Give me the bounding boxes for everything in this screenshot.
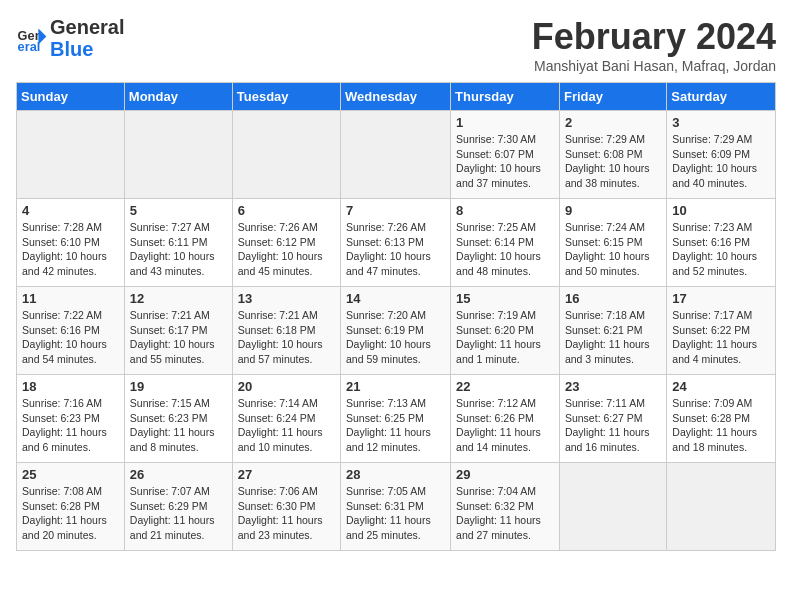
day-number: 12 bbox=[130, 291, 227, 306]
day-number: 19 bbox=[130, 379, 227, 394]
day-content: Sunrise: 7:20 AM Sunset: 6:19 PM Dayligh… bbox=[346, 308, 445, 367]
day-content: Sunrise: 7:15 AM Sunset: 6:23 PM Dayligh… bbox=[130, 396, 227, 455]
calendar-cell: 20Sunrise: 7:14 AM Sunset: 6:24 PM Dayli… bbox=[232, 375, 340, 463]
day-number: 14 bbox=[346, 291, 445, 306]
day-number: 2 bbox=[565, 115, 661, 130]
calendar-cell: 3Sunrise: 7:29 AM Sunset: 6:09 PM Daylig… bbox=[667, 111, 776, 199]
logo-icon: Gen eral bbox=[16, 22, 48, 54]
day-number: 29 bbox=[456, 467, 554, 482]
day-content: Sunrise: 7:22 AM Sunset: 6:16 PM Dayligh… bbox=[22, 308, 119, 367]
day-content: Sunrise: 7:14 AM Sunset: 6:24 PM Dayligh… bbox=[238, 396, 335, 455]
day-number: 25 bbox=[22, 467, 119, 482]
calendar-cell: 17Sunrise: 7:17 AM Sunset: 6:22 PM Dayli… bbox=[667, 287, 776, 375]
day-content: Sunrise: 7:13 AM Sunset: 6:25 PM Dayligh… bbox=[346, 396, 445, 455]
calendar-cell: 7Sunrise: 7:26 AM Sunset: 6:13 PM Daylig… bbox=[341, 199, 451, 287]
calendar-cell: 27Sunrise: 7:06 AM Sunset: 6:30 PM Dayli… bbox=[232, 463, 340, 551]
day-content: Sunrise: 7:09 AM Sunset: 6:28 PM Dayligh… bbox=[672, 396, 770, 455]
day-number: 6 bbox=[238, 203, 335, 218]
calendar-cell: 8Sunrise: 7:25 AM Sunset: 6:14 PM Daylig… bbox=[451, 199, 560, 287]
day-content: Sunrise: 7:29 AM Sunset: 6:08 PM Dayligh… bbox=[565, 132, 661, 191]
calendar-cell: 2Sunrise: 7:29 AM Sunset: 6:08 PM Daylig… bbox=[559, 111, 666, 199]
calendar-week-row: 11Sunrise: 7:22 AM Sunset: 6:16 PM Dayli… bbox=[17, 287, 776, 375]
day-number: 23 bbox=[565, 379, 661, 394]
day-number: 15 bbox=[456, 291, 554, 306]
day-content: Sunrise: 7:23 AM Sunset: 6:16 PM Dayligh… bbox=[672, 220, 770, 279]
calendar-table: SundayMondayTuesdayWednesdayThursdayFrid… bbox=[16, 82, 776, 551]
title-block: February 2024 Manshiyat Bani Hasan, Mafr… bbox=[532, 16, 776, 74]
day-content: Sunrise: 7:08 AM Sunset: 6:28 PM Dayligh… bbox=[22, 484, 119, 543]
day-content: Sunrise: 7:24 AM Sunset: 6:15 PM Dayligh… bbox=[565, 220, 661, 279]
calendar-week-row: 4Sunrise: 7:28 AM Sunset: 6:10 PM Daylig… bbox=[17, 199, 776, 287]
header-day: Thursday bbox=[451, 83, 560, 111]
calendar-week-row: 1Sunrise: 7:30 AM Sunset: 6:07 PM Daylig… bbox=[17, 111, 776, 199]
day-content: Sunrise: 7:25 AM Sunset: 6:14 PM Dayligh… bbox=[456, 220, 554, 279]
calendar-cell: 11Sunrise: 7:22 AM Sunset: 6:16 PM Dayli… bbox=[17, 287, 125, 375]
day-number: 8 bbox=[456, 203, 554, 218]
day-number: 5 bbox=[130, 203, 227, 218]
day-number: 13 bbox=[238, 291, 335, 306]
day-number: 27 bbox=[238, 467, 335, 482]
day-content: Sunrise: 7:05 AM Sunset: 6:31 PM Dayligh… bbox=[346, 484, 445, 543]
calendar-cell: 22Sunrise: 7:12 AM Sunset: 6:26 PM Dayli… bbox=[451, 375, 560, 463]
day-number: 3 bbox=[672, 115, 770, 130]
calendar-cell: 6Sunrise: 7:26 AM Sunset: 6:12 PM Daylig… bbox=[232, 199, 340, 287]
day-content: Sunrise: 7:16 AM Sunset: 6:23 PM Dayligh… bbox=[22, 396, 119, 455]
day-number: 7 bbox=[346, 203, 445, 218]
header-day: Saturday bbox=[667, 83, 776, 111]
month-title: February 2024 bbox=[532, 16, 776, 58]
calendar-cell: 10Sunrise: 7:23 AM Sunset: 6:16 PM Dayli… bbox=[667, 199, 776, 287]
calendar-cell: 13Sunrise: 7:21 AM Sunset: 6:18 PM Dayli… bbox=[232, 287, 340, 375]
day-content: Sunrise: 7:29 AM Sunset: 6:09 PM Dayligh… bbox=[672, 132, 770, 191]
day-content: Sunrise: 7:21 AM Sunset: 6:18 PM Dayligh… bbox=[238, 308, 335, 367]
day-content: Sunrise: 7:06 AM Sunset: 6:30 PM Dayligh… bbox=[238, 484, 335, 543]
calendar-cell: 21Sunrise: 7:13 AM Sunset: 6:25 PM Dayli… bbox=[341, 375, 451, 463]
calendar-cell: 29Sunrise: 7:04 AM Sunset: 6:32 PM Dayli… bbox=[451, 463, 560, 551]
calendar-cell bbox=[667, 463, 776, 551]
header-day: Sunday bbox=[17, 83, 125, 111]
day-number: 16 bbox=[565, 291, 661, 306]
calendar-cell: 4Sunrise: 7:28 AM Sunset: 6:10 PM Daylig… bbox=[17, 199, 125, 287]
logo: Gen eral General Blue bbox=[16, 16, 124, 60]
calendar-cell bbox=[341, 111, 451, 199]
location: Manshiyat Bani Hasan, Mafraq, Jordan bbox=[532, 58, 776, 74]
svg-text:eral: eral bbox=[18, 39, 41, 54]
day-content: Sunrise: 7:26 AM Sunset: 6:12 PM Dayligh… bbox=[238, 220, 335, 279]
day-number: 1 bbox=[456, 115, 554, 130]
day-content: Sunrise: 7:30 AM Sunset: 6:07 PM Dayligh… bbox=[456, 132, 554, 191]
calendar-cell: 28Sunrise: 7:05 AM Sunset: 6:31 PM Dayli… bbox=[341, 463, 451, 551]
calendar-cell bbox=[232, 111, 340, 199]
calendar-week-row: 18Sunrise: 7:16 AM Sunset: 6:23 PM Dayli… bbox=[17, 375, 776, 463]
calendar-cell: 9Sunrise: 7:24 AM Sunset: 6:15 PM Daylig… bbox=[559, 199, 666, 287]
calendar-cell: 15Sunrise: 7:19 AM Sunset: 6:20 PM Dayli… bbox=[451, 287, 560, 375]
day-content: Sunrise: 7:21 AM Sunset: 6:17 PM Dayligh… bbox=[130, 308, 227, 367]
calendar-cell: 16Sunrise: 7:18 AM Sunset: 6:21 PM Dayli… bbox=[559, 287, 666, 375]
header-day: Tuesday bbox=[232, 83, 340, 111]
header-day: Wednesday bbox=[341, 83, 451, 111]
calendar-cell: 18Sunrise: 7:16 AM Sunset: 6:23 PM Dayli… bbox=[17, 375, 125, 463]
day-number: 20 bbox=[238, 379, 335, 394]
header-row: SundayMondayTuesdayWednesdayThursdayFrid… bbox=[17, 83, 776, 111]
day-number: 22 bbox=[456, 379, 554, 394]
day-content: Sunrise: 7:27 AM Sunset: 6:11 PM Dayligh… bbox=[130, 220, 227, 279]
day-number: 21 bbox=[346, 379, 445, 394]
calendar-cell: 19Sunrise: 7:15 AM Sunset: 6:23 PM Dayli… bbox=[124, 375, 232, 463]
day-content: Sunrise: 7:11 AM Sunset: 6:27 PM Dayligh… bbox=[565, 396, 661, 455]
day-content: Sunrise: 7:26 AM Sunset: 6:13 PM Dayligh… bbox=[346, 220, 445, 279]
day-number: 4 bbox=[22, 203, 119, 218]
calendar-cell: 24Sunrise: 7:09 AM Sunset: 6:28 PM Dayli… bbox=[667, 375, 776, 463]
calendar-cell bbox=[559, 463, 666, 551]
header-day: Monday bbox=[124, 83, 232, 111]
calendar-cell: 23Sunrise: 7:11 AM Sunset: 6:27 PM Dayli… bbox=[559, 375, 666, 463]
day-number: 17 bbox=[672, 291, 770, 306]
day-content: Sunrise: 7:19 AM Sunset: 6:20 PM Dayligh… bbox=[456, 308, 554, 367]
calendar-cell: 1Sunrise: 7:30 AM Sunset: 6:07 PM Daylig… bbox=[451, 111, 560, 199]
header-day: Friday bbox=[559, 83, 666, 111]
day-content: Sunrise: 7:17 AM Sunset: 6:22 PM Dayligh… bbox=[672, 308, 770, 367]
day-content: Sunrise: 7:28 AM Sunset: 6:10 PM Dayligh… bbox=[22, 220, 119, 279]
day-number: 10 bbox=[672, 203, 770, 218]
day-content: Sunrise: 7:18 AM Sunset: 6:21 PM Dayligh… bbox=[565, 308, 661, 367]
calendar-cell: 12Sunrise: 7:21 AM Sunset: 6:17 PM Dayli… bbox=[124, 287, 232, 375]
day-content: Sunrise: 7:12 AM Sunset: 6:26 PM Dayligh… bbox=[456, 396, 554, 455]
calendar-cell bbox=[124, 111, 232, 199]
day-number: 28 bbox=[346, 467, 445, 482]
